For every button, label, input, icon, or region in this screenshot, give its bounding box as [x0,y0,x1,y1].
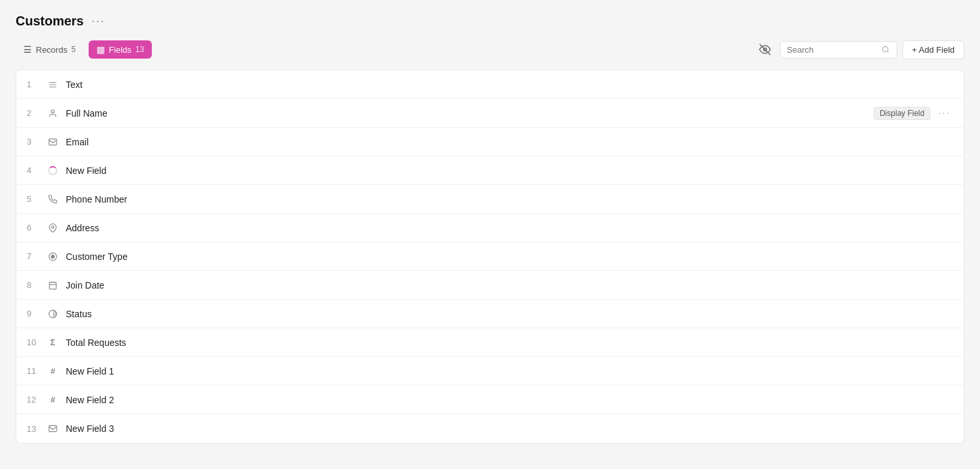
field-row: 13New Field 3··· [16,414,964,443]
field-row: 11#New Field 1··· [16,357,964,386]
field-row: 3Email··· [16,128,964,156]
records-label: Records [36,45,67,55]
fields-tab[interactable]: ▦ Fields 13 [89,40,152,59]
field-more-button[interactable]: ··· [936,106,953,121]
field-number: 6 [27,223,45,233]
svg-point-8 [51,226,54,229]
number-icon: # [45,395,61,405]
field-name: Address [66,223,936,233]
records-count: 5 [71,45,76,54]
svg-point-6 [51,109,55,113]
fields-count: 13 [136,45,144,54]
field-row: 9Status··· [16,300,964,328]
field-number: 9 [27,309,45,319]
app-container: Customers ··· ☰ Records 5 ▦ Fields 13 [0,0,980,469]
records-tab[interactable]: ☰ Records 5 [16,40,83,59]
field-row: 12#New Field 2··· [16,386,964,414]
number-icon: # [45,366,61,376]
date-icon [45,281,61,290]
visibility-icon [759,44,771,55]
field-name: New Field 2 [66,395,936,405]
email2-icon [45,424,61,433]
svg-rect-16 [49,425,57,431]
fields-list: 1Text···2Full NameDisplay Field···3Email… [16,70,964,444]
select-icon [45,252,61,261]
field-row: 1Text··· [16,70,964,99]
field-name: Full Name [66,108,874,119]
field-number: 5 [27,194,45,204]
field-name: Phone Number [66,194,936,205]
field-number: 7 [27,251,45,261]
display-field-badge: Display Field [874,107,930,120]
field-name: Customer Type [66,251,936,262]
field-name: New Field 3 [66,423,936,434]
field-name: Join Date [66,280,936,291]
field-number: 3 [27,137,45,147]
page-more-button[interactable]: ··· [89,13,108,29]
svg-rect-11 [50,282,57,289]
text-icon [45,80,61,89]
field-number: 8 [27,280,45,290]
location-icon [45,223,61,233]
fields-label: Fields [109,45,132,55]
status-icon [45,309,61,319]
field-name: Email [66,137,936,147]
field-row: 7Customer Type··· [16,242,964,271]
search-input[interactable] [787,45,878,55]
field-number: 1 [27,79,45,89]
person-icon [45,109,61,118]
field-name: New Field [66,165,936,176]
search-box [780,41,897,59]
field-row: 6Address··· [16,214,964,242]
fields-icon: ▦ [96,44,105,55]
toolbar: ☰ Records 5 ▦ Fields 13 + Add Field [16,40,964,59]
field-number: 10 [27,337,45,347]
field-number: 11 [27,366,45,376]
field-name: New Field 1 [66,366,936,377]
field-number: 2 [27,108,45,118]
field-row: 10ΣTotal Requests··· [16,328,964,357]
field-name: Text [66,79,936,90]
field-name: Status [66,309,936,319]
loading-icon [45,166,61,175]
page-title: Customers [16,14,83,29]
field-row: 5Phone Number··· [16,185,964,214]
email-icon [45,137,61,147]
field-number: 13 [27,424,45,434]
phone-icon [45,195,61,204]
field-row: 2Full NameDisplay Field··· [16,99,964,128]
field-row: 4New Field··· [16,156,964,185]
page-header: Customers ··· [16,13,964,29]
records-icon: ☰ [23,44,32,55]
search-icon [882,45,889,54]
field-name: Total Requests [66,337,936,348]
svg-point-2 [883,46,888,51]
field-row: 8Join Date··· [16,271,964,300]
field-number: 12 [27,395,45,405]
visibility-button[interactable] [755,40,775,59]
formula-icon: Σ [45,337,61,347]
svg-point-10 [51,255,55,258]
add-field-button[interactable]: + Add Field [902,40,964,59]
field-number: 4 [27,165,45,175]
svg-rect-7 [49,139,57,145]
